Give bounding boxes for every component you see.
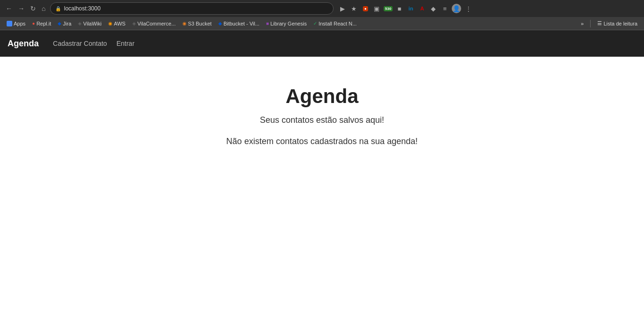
bookmark-installreact-label: Install React N...	[318, 21, 357, 26]
toolbar-icons: ▶ ★ ● ▣ 530 ■ in A ◆ ≡ 👤 ⋮	[338, 4, 472, 13]
bookmark-vilacommerce[interactable]: ◈ VilaCommerce...	[129, 20, 179, 27]
bookmark-s3-label: S3 Bucket	[188, 21, 212, 26]
bookmarks-bar: Apps ● Repl.it ◆ Jira ◈ VilaWiki ◉ AWS ◈…	[0, 17, 644, 30]
empty-message: Não existem contatos cadastrados na sua …	[226, 137, 418, 146]
bookmark-apps-label: Apps	[14, 21, 26, 26]
lista-label: Lista de leitura	[603, 21, 637, 26]
avatar-icon[interactable]: 👤	[452, 4, 461, 13]
extension-icon-red[interactable]: ●	[361, 4, 369, 13]
browser-toolbar: ← → ↻ ⌂ 🔒 localhost:3000 ▶ ★ ● ▣ 530 ■ i…	[0, 0, 644, 17]
browser-chrome: ← → ↻ ⌂ 🔒 localhost:3000 ▶ ★ ● ▣ 530 ■ i…	[0, 0, 644, 30]
lista-leitura-btn[interactable]: ☰ Lista de leitura	[594, 19, 640, 27]
bookmark-bitbucket-label: Bitbucket - Vil...	[223, 21, 259, 26]
apps-icon	[7, 21, 12, 26]
bookmark-vilawiki-label: VilaWiki	[83, 21, 102, 26]
bitbucket-icon: ◆	[218, 21, 222, 26]
ext-badge-530[interactable]: 530	[384, 4, 392, 13]
s3-icon: ◉	[182, 21, 187, 26]
more-label: »	[581, 21, 584, 26]
bookmark-replit[interactable]: ● Repl.it	[29, 20, 54, 27]
address-bar[interactable]: 🔒 localhost:3000	[50, 2, 334, 15]
bookmark-installreact[interactable]: ✓ Install React N...	[310, 20, 360, 27]
bookmark-jira-label: Jira	[63, 21, 71, 26]
bookmark-s3bucket[interactable]: ◉ S3 Bucket	[180, 20, 215, 27]
ext-icon-4[interactable]: ≡	[440, 4, 449, 13]
badge-530: 530	[384, 6, 393, 11]
home-button[interactable]: ⌂	[40, 4, 47, 13]
ext-badge-red: ●	[363, 6, 368, 11]
subtitle-text: Seus contatos estão salvos aqui!	[260, 115, 384, 125]
screenshot-icon[interactable]: ▣	[372, 4, 381, 13]
bookmark-more: » ☰ Lista de leitura	[578, 19, 640, 27]
bookmark-star-icon[interactable]: ★	[350, 4, 358, 13]
main-content: Agenda Seus contatos estão salvos aqui! …	[0, 57, 644, 317]
vilawiki-icon: ◈	[78, 21, 82, 26]
linkedin-icon[interactable]: in	[406, 4, 415, 13]
bookmark-apps[interactable]: Apps	[4, 20, 28, 27]
lista-icon: ☰	[597, 20, 602, 26]
page-title: Agenda	[285, 85, 358, 108]
reload-button[interactable]: ↻	[28, 4, 38, 13]
nav-link-cadastrar[interactable]: Cadastrar Contato	[53, 40, 107, 47]
ext-icon-1[interactable]: ■	[395, 4, 404, 13]
bookmark-jira[interactable]: ◆ Jira	[55, 20, 74, 27]
installreact-icon: ✓	[313, 21, 317, 26]
menu-icon[interactable]: ⋮	[464, 4, 472, 13]
bookmark-vilacommerce-label: VilaCommerce...	[137, 21, 176, 26]
nav-buttons: ← → ↻ ⌂	[4, 4, 47, 13]
aws-icon: ◉	[108, 21, 112, 26]
ext-icon-2[interactable]: A	[418, 4, 426, 13]
cast-icon[interactable]: ▶	[338, 4, 347, 13]
bookmark-vilawiki[interactable]: ◈ VilaWiki	[75, 20, 104, 27]
bookmark-librarygen-label: Library Genesis	[270, 21, 307, 26]
forward-button[interactable]: →	[16, 4, 26, 13]
vilacommerce-icon: ◈	[132, 21, 136, 26]
bookmark-aws-label: AWS	[114, 21, 126, 26]
jira-icon: ◆	[58, 21, 61, 26]
bookmark-divider	[590, 20, 591, 27]
app-brand[interactable]: Agenda	[8, 39, 39, 49]
bookmark-aws[interactable]: ◉ AWS	[105, 20, 129, 27]
app-navbar: Agenda Cadastrar Contato Entrar	[0, 30, 644, 57]
replit-icon: ●	[32, 21, 35, 26]
bookmark-librarygen[interactable]: ■ Library Genesis	[263, 20, 309, 27]
ext-icon-3[interactable]: ◆	[429, 4, 438, 13]
bookmark-replit-label: Repl.it	[36, 21, 51, 26]
bookmark-more-btn[interactable]: »	[578, 20, 586, 27]
librarygen-icon: ■	[266, 21, 269, 26]
url-text: localhost:3000	[64, 5, 100, 12]
back-button[interactable]: ←	[4, 4, 14, 13]
nav-link-entrar[interactable]: Entrar	[116, 40, 134, 47]
bookmark-bitbucket[interactable]: ◆ Bitbucket - Vil...	[215, 20, 262, 27]
lock-icon: 🔒	[55, 6, 61, 11]
